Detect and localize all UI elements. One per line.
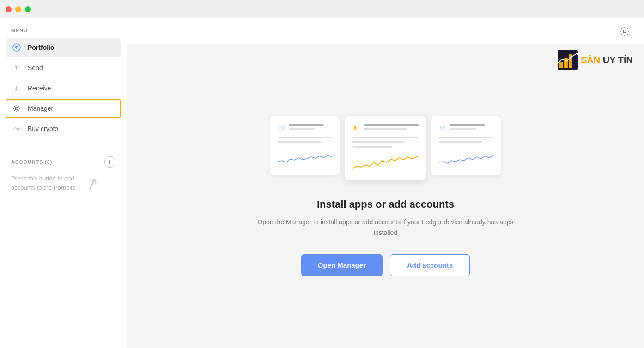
- card-header-right: [439, 124, 493, 132]
- mini-chart-center: [352, 152, 419, 171]
- sidebar: MENU Portfolio: [0, 18, 127, 348]
- receive-icon: [12, 84, 21, 93]
- card-text-right: [439, 137, 493, 143]
- menu-label: MENU: [0, 18, 127, 38]
- svg-text:₿: ₿: [353, 126, 356, 131]
- maximize-button[interactable]: [25, 6, 31, 12]
- sidebar-item-receive-label: Receive: [28, 84, 51, 92]
- open-manager-button[interactable]: Open Manager: [301, 254, 383, 276]
- sidebar-item-manager[interactable]: Manager: [6, 99, 121, 118]
- minimize-button[interactable]: [15, 6, 21, 12]
- accounts-header: ACCOUNTS (0): [11, 156, 115, 168]
- mini-chart-right: [439, 148, 493, 166]
- traffic-lights: [6, 6, 31, 12]
- card-icon-right: [439, 124, 446, 132]
- portfolio-icon: [12, 43, 21, 52]
- accounts-section: ACCOUNTS (0) Press this button to add ac…: [0, 149, 127, 199]
- center-content: ₿: [127, 44, 644, 348]
- sidebar-item-portfolio-label: Portfolio: [28, 44, 55, 51]
- svg-point-13: [279, 126, 284, 130]
- add-accounts-button[interactable]: Add accounts: [390, 254, 470, 276]
- svg-point-7: [623, 30, 626, 33]
- card-icon-center: ₿: [352, 124, 360, 132]
- close-button[interactable]: [6, 6, 12, 12]
- brand-logo: SÀN UY TÍN: [558, 50, 633, 70]
- accounts-hint-text: Press this button to add accounts to the…: [11, 175, 75, 191]
- sidebar-item-send-label: Send: [28, 64, 43, 72]
- arrow-hint-icon: ↗: [81, 170, 103, 198]
- mini-card-left: [270, 116, 340, 175]
- card-header-left: [278, 124, 332, 132]
- card-text-center: [352, 137, 419, 148]
- brand-name: SÀN UY TÍN: [581, 55, 633, 66]
- mini-card-right: [431, 116, 501, 175]
- settings-button[interactable]: [616, 23, 633, 40]
- card-icon-left: [278, 124, 285, 132]
- send-icon: [12, 63, 21, 72]
- sidebar-item-buy-crypto-label: Buy crypto: [28, 125, 58, 132]
- card-lines-left: [289, 124, 332, 132]
- add-account-button[interactable]: [104, 156, 115, 168]
- manager-icon: [12, 104, 21, 113]
- card-lines-center: [364, 124, 419, 132]
- content-header: [127, 18, 644, 44]
- sidebar-divider: [7, 144, 119, 144]
- action-buttons: Open Manager Add accounts: [301, 254, 470, 276]
- content-area: SÀN UY TÍN: [127, 18, 644, 348]
- mini-card-center: ₿: [345, 116, 426, 180]
- sidebar-item-buy-crypto[interactable]: Buy crypto: [6, 119, 121, 138]
- main-layout: MENU Portfolio: [0, 18, 644, 348]
- install-title: Install apps or add accounts: [317, 198, 454, 210]
- sidebar-item-send[interactable]: Send: [6, 58, 121, 78]
- sidebar-nav: Portfolio Send: [0, 38, 127, 139]
- card-lines-right: [450, 124, 493, 132]
- brand-logo-icon: [558, 50, 578, 70]
- buy-crypto-icon: [12, 124, 21, 133]
- mini-chart-left: [278, 148, 332, 166]
- svg-point-4: [15, 107, 18, 110]
- accounts-hint: Press this button to add accounts to the…: [11, 174, 85, 192]
- sidebar-item-portfolio[interactable]: Portfolio: [6, 38, 121, 57]
- sidebar-item-manager-label: Manager: [28, 105, 53, 112]
- card-text-left: [278, 137, 332, 143]
- accounts-title: ACCOUNTS (0): [11, 159, 52, 165]
- svg-rect-9: [559, 62, 563, 68]
- sidebar-item-receive[interactable]: Receive: [6, 78, 121, 98]
- titlebar: [0, 0, 644, 18]
- cards-illustration: ₿: [270, 116, 501, 180]
- card-header-center: ₿: [352, 124, 419, 132]
- install-description: Open the Manager to install apps or add …: [247, 217, 524, 238]
